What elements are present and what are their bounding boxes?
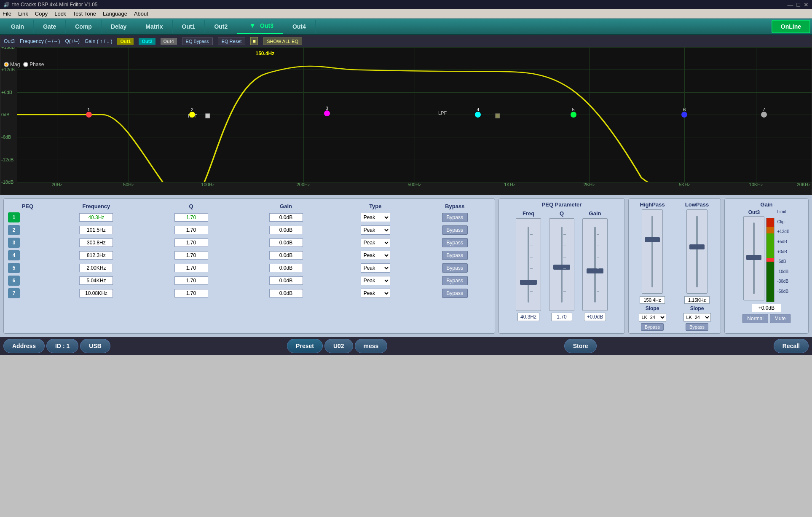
peq-type-7[interactable]: Peak High Shelf Low Shelf HPF LPF Notch <box>361 289 390 298</box>
peq-num-4[interactable]: 4 <box>8 250 20 260</box>
menu-testtone[interactable]: Test Tone <box>73 11 96 17</box>
tab-out2[interactable]: Out2 <box>205 20 237 33</box>
phase-radio-dot[interactable] <box>23 62 28 67</box>
peq-freq-3[interactable] <box>79 238 113 247</box>
menu-lock[interactable]: Lock <box>54 11 66 17</box>
peq-freq-1[interactable] <box>79 213 113 222</box>
tab-out3[interactable]: ▼ Out3 <box>237 19 283 34</box>
eq-marker-4[interactable] <box>475 112 481 118</box>
menu-link[interactable]: Link <box>18 11 28 17</box>
menu-about[interactable]: About <box>134 11 148 17</box>
tab-out1[interactable]: Out1 <box>173 20 205 33</box>
mess-button[interactable]: mess <box>355 339 388 353</box>
eq-marker-3[interactable] <box>324 110 330 116</box>
eq-marker-1[interactable] <box>86 112 92 118</box>
peq-gain-4[interactable] <box>269 251 303 260</box>
peq-type-3[interactable]: Peak High Shelf Low Shelf HPF LPF Notch <box>361 238 390 247</box>
peq-freq-6[interactable] <box>79 276 113 285</box>
id-button[interactable]: ID : 1 <box>46 339 78 353</box>
preset-button[interactable]: Preset <box>287 339 323 353</box>
eq-marker-2[interactable] <box>189 112 195 118</box>
eq-out4-badge[interactable]: Out4 <box>161 38 177 45</box>
highpass-thumb[interactable] <box>645 237 660 242</box>
peq-freq-4[interactable] <box>79 251 113 260</box>
store-button[interactable]: Store <box>564 339 597 353</box>
peq-gain-1[interactable] <box>269 213 303 222</box>
highpass-bypass-button[interactable]: Bypass <box>641 323 664 331</box>
peq-gain-7[interactable] <box>269 289 303 297</box>
mute-button[interactable]: Mute <box>770 314 791 323</box>
highpass-slope-select[interactable]: LK -24 LK -12 LK -6 BW -12 BW -24 <box>639 313 666 321</box>
usb-button[interactable]: USB <box>80 339 110 353</box>
param-gain-thumb[interactable] <box>587 268 603 273</box>
peq-gain-5[interactable] <box>269 264 303 272</box>
close-btn[interactable]: ✕ <box>804 1 809 8</box>
eq-bypass-button[interactable]: EQ Bypass <box>182 38 213 45</box>
tab-comp[interactable]: Comp <box>66 20 102 33</box>
maximize-btn[interactable]: □ <box>797 1 800 8</box>
peq-type-2[interactable]: Peak High Shelf Low Shelf HPF LPF Notch <box>361 225 390 235</box>
tab-out4[interactable]: Out4 <box>283 20 316 33</box>
param-q-thumb[interactable] <box>553 265 570 270</box>
peq-freq-5[interactable] <box>79 264 113 272</box>
peq-bypass-3[interactable]: Bypass <box>442 238 468 247</box>
peq-bypass-5[interactable]: Bypass <box>442 263 468 273</box>
peq-gain-6[interactable] <box>269 276 303 285</box>
menu-file[interactable]: File <box>3 11 11 17</box>
title-bar-controls[interactable]: — □ ✕ <box>788 1 809 8</box>
eq-out1-badge[interactable]: Out1 <box>117 38 134 45</box>
peq-bypass-1[interactable]: Bypass <box>442 213 468 222</box>
peq-num-1[interactable]: 1 <box>8 212 20 222</box>
eq-out2-badge[interactable]: Out2 <box>139 38 155 45</box>
lowpass-bypass-button[interactable]: Bypass <box>686 323 708 331</box>
gain-value-input[interactable] <box>752 304 781 312</box>
peq-q-6[interactable] <box>174 276 208 285</box>
tab-gate[interactable]: Gate <box>34 20 66 33</box>
peq-q-1[interactable] <box>174 213 208 222</box>
lpf-marker[interactable] <box>496 114 500 118</box>
peq-type-5[interactable]: Peak High Shelf Low Shelf HPF LPF Notch <box>361 263 390 273</box>
peq-type-1[interactable]: Peak High Shelf Low Shelf HPF LPF Notch <box>361 213 390 222</box>
peq-q-2[interactable] <box>174 226 208 234</box>
phase-radio-label[interactable]: Phase <box>23 62 44 67</box>
peq-num-6[interactable]: 6 <box>8 276 20 286</box>
peq-freq-7[interactable] <box>79 289 113 297</box>
peq-q-7[interactable] <box>174 289 208 297</box>
normal-button[interactable]: Normal <box>742 314 768 323</box>
address-button[interactable]: Address <box>3 339 45 353</box>
tab-matrix[interactable]: Matrix <box>136 20 172 33</box>
eq-reset-button[interactable]: EQ Reset <box>218 38 246 45</box>
peq-gain-3[interactable] <box>269 238 303 247</box>
mag-radio-dot[interactable] <box>4 62 9 67</box>
menu-copy[interactable]: Copy <box>35 11 48 17</box>
peq-bypass-6[interactable]: Bypass <box>442 276 468 285</box>
hpf-marker[interactable] <box>206 114 210 118</box>
tab-gain[interactable]: Gain <box>2 20 34 33</box>
eq-marker-7[interactable] <box>761 112 767 118</box>
peq-q-4[interactable] <box>174 251 208 260</box>
gain-thumb[interactable] <box>746 255 761 260</box>
menu-language[interactable]: Language <box>103 11 127 17</box>
param-freq-thumb[interactable] <box>520 280 537 285</box>
minimize-btn[interactable]: — <box>788 1 793 8</box>
lowpass-thumb[interactable] <box>689 244 705 249</box>
peq-bypass-4[interactable]: Bypass <box>442 251 468 260</box>
eq-marker-5[interactable] <box>571 112 576 118</box>
peq-bypass-7[interactable]: Bypass <box>442 289 468 298</box>
peq-gain-2[interactable] <box>269 226 303 234</box>
lowpass-slope-select[interactable]: LK -24 LK -12 LK -6 BW -12 BW -24 <box>683 313 711 321</box>
tab-delay[interactable]: Delay <box>102 20 136 33</box>
peq-type-4[interactable]: Peak High Shelf Low Shelf HPF LPF Notch <box>361 251 390 260</box>
show-all-eq-button[interactable]: SHOW ALL EQ <box>263 38 302 45</box>
mag-radio-label[interactable]: Mag <box>4 62 20 67</box>
peq-num-3[interactable]: 3 <box>8 238 20 248</box>
peq-freq-2[interactable] <box>79 226 113 234</box>
recall-button[interactable]: Recall <box>774 339 809 353</box>
peq-num-2[interactable]: 2 <box>8 225 20 235</box>
eq-marker-6[interactable] <box>681 112 687 118</box>
peq-num-5[interactable]: 5 <box>8 263 20 273</box>
peq-bypass-2[interactable]: Bypass <box>442 225 468 235</box>
preset-value-button[interactable]: U02 <box>324 339 353 353</box>
peq-type-6[interactable]: Peak High Shelf Low Shelf HPF LPF Notch <box>361 276 390 285</box>
peq-q-3[interactable] <box>174 238 208 247</box>
